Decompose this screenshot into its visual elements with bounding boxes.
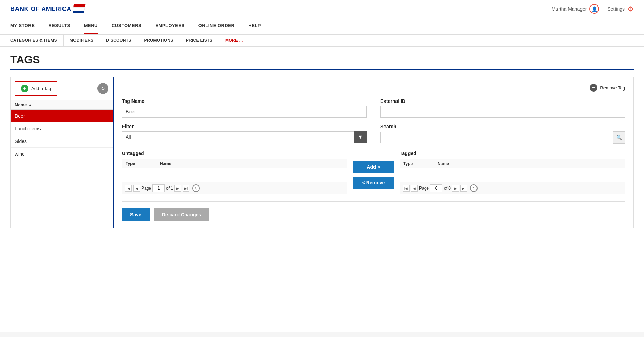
tagged-refresh-button[interactable]: ↻ [470,184,478,192]
tagged-box: Tagged Type Name |◀ ◀ Page of 0 [400,151,625,194]
save-button[interactable]: Save [122,208,150,221]
tag-list: Beer Lunch items Sides wine [11,110,113,160]
nav-item-results[interactable]: RESULTS [48,18,70,34]
tagged-page-label: Page [419,186,429,191]
tag-item-beer[interactable]: Beer [11,110,113,122]
tag-item-wine[interactable]: wine [11,148,113,160]
untagged-page-of: of 1 [166,186,173,191]
filter-select-wrapper: All Category Item ▼ [122,131,367,143]
svg-rect-0 [73,4,85,7]
page-title: TAGS [10,53,634,66]
settings-area[interactable]: Settings ⚙ [607,5,634,13]
filter-select[interactable]: All Category Item [122,131,367,143]
nav-item-mystore[interactable]: MY STORE [10,18,35,34]
external-id-group: External ID [380,98,625,118]
untagged-prev-page-button[interactable]: ◀ [133,185,140,192]
search-input[interactable] [380,132,613,143]
tagged-pagination: |◀ ◀ Page of 0 ▶ ▶| ↻ [400,182,625,194]
add-tag-button[interactable]: + Add a Tag [15,81,57,96]
user-icon: 👤 [589,4,599,14]
nav-item-customers[interactable]: CUSTOMERS [112,18,141,34]
tags-column-header: Name ▲ [11,100,113,110]
search-group: Search 🔍 [380,124,625,144]
action-col: Add > < Remove [347,151,400,189]
user-info: Martha Manager 👤 [552,4,599,14]
add-tag-label: Add a Tag [31,86,51,91]
untagged-col-type: Type [126,161,153,166]
search-icon: 🔍 [616,135,622,140]
sub-nav-more[interactable]: MORE ... [219,35,249,46]
search-input-wrapper: 🔍 [380,131,625,144]
untagged-pagination: |◀ ◀ Page of 1 ▶ ▶| ↻ [122,182,347,194]
col-name-label: Name [15,102,27,107]
tagged-first-page-button[interactable]: |◀ [403,185,410,192]
left-panel-header: + Add a Tag ↻ [11,77,113,100]
tagged-page-of: of 0 [444,186,451,191]
tagged-table-header: Type Name [400,159,625,168]
untagged-next-page-button[interactable]: ▶ [174,185,181,192]
svg-rect-1 [73,8,85,10]
filter-row: Filter All Category Item ▼ Search [122,124,625,144]
add-to-tagged-button[interactable]: Add > [353,161,394,173]
untagged-refresh-button[interactable]: ↻ [192,184,200,192]
discard-button[interactable]: Discard Changes [154,208,209,221]
external-id-input[interactable] [380,106,625,118]
main-nav: MY STORE RESULTS MENU CUSTOMERS EMPLOYEE… [0,18,644,35]
settings-label: Settings [607,6,625,12]
remove-tag-button[interactable]: − Remove Tag [590,84,625,92]
logo-flag-icon [73,3,87,14]
left-panel-refresh-button[interactable]: ↻ [97,83,108,94]
untagged-title: Untagged [122,151,347,156]
tag-item-lunch-items[interactable]: Lunch items [11,122,113,135]
filter-group: Filter All Category Item ▼ [122,124,367,144]
nav-item-online-order[interactable]: ONLINE ORDER [198,18,235,34]
sub-nav-modifiers[interactable]: MODIFIERS [64,35,100,46]
main-layout: + Add a Tag ↻ Name ▲ Beer Lunch items Si… [10,77,634,228]
tag-name-input[interactable] [122,106,367,118]
tag-item-sides[interactable]: Sides [11,135,113,148]
sub-nav-discounts[interactable]: DISCOUNTS [100,35,138,46]
top-header: BANK OF AMERICA Martha Manager 👤 Setting… [0,0,644,18]
add-tag-icon: + [21,85,28,92]
search-button[interactable]: 🔍 [613,131,625,144]
sub-nav: CATEGORIES & ITEMS MODIFIERS DISCOUNTS P… [0,35,644,47]
untagged-table-body [122,168,347,182]
right-panel: − Remove Tag Tag Name External ID Filter [114,77,633,228]
remove-tag-label: Remove Tag [600,85,625,91]
tag-section-row: Untagged Type Name |◀ ◀ Page of 1 [122,151,625,194]
form-row-tag-name: Tag Name External ID [122,98,625,118]
sub-nav-categories[interactable]: CATEGORIES & ITEMS [10,35,64,46]
untagged-first-page-button[interactable]: |◀ [125,185,132,192]
untagged-page-label: Page [141,186,151,191]
nav-item-help[interactable]: HELP [248,18,261,34]
search-label: Search [380,124,625,129]
untagged-last-page-button[interactable]: ▶| [183,185,189,192]
tagged-col-type: Type [403,161,431,166]
tagged-title: Tagged [400,151,625,156]
user-name: Martha Manager [552,6,587,12]
sort-arrow-icon: ▲ [28,103,32,107]
sub-nav-promotions[interactable]: PROMOTIONS [138,35,180,46]
tagged-last-page-button[interactable]: ▶| [460,185,467,192]
external-id-label: External ID [380,98,625,104]
tag-name-group: Tag Name [122,98,367,118]
remove-from-tagged-button[interactable]: < Remove [353,177,394,189]
minus-icon: − [590,84,597,92]
logo-text: BANK OF AMERICA [10,5,71,13]
tagged-page-input[interactable] [430,184,442,192]
untagged-table: Type Name |◀ ◀ Page of 1 ▶ ▶| ↻ [122,159,347,194]
sub-nav-price-lists[interactable]: PRICE LISTS [180,35,219,46]
title-divider [10,69,634,70]
logo: BANK OF AMERICA [10,3,87,14]
untagged-table-header: Type Name [122,159,347,168]
bottom-actions: Save Discard Changes [122,201,625,221]
svg-rect-2 [73,11,84,13]
untagged-box: Untagged Type Name |◀ ◀ Page of 1 [122,151,347,194]
untagged-page-input[interactable] [152,184,165,192]
nav-item-menu[interactable]: MENU [84,18,98,34]
tagged-next-page-button[interactable]: ▶ [452,185,459,192]
gear-icon: ⚙ [628,5,634,13]
tagged-col-name: Name [438,161,621,166]
tagged-prev-page-button[interactable]: ◀ [411,185,418,192]
nav-item-employees[interactable]: EMPLOYEES [155,18,184,34]
